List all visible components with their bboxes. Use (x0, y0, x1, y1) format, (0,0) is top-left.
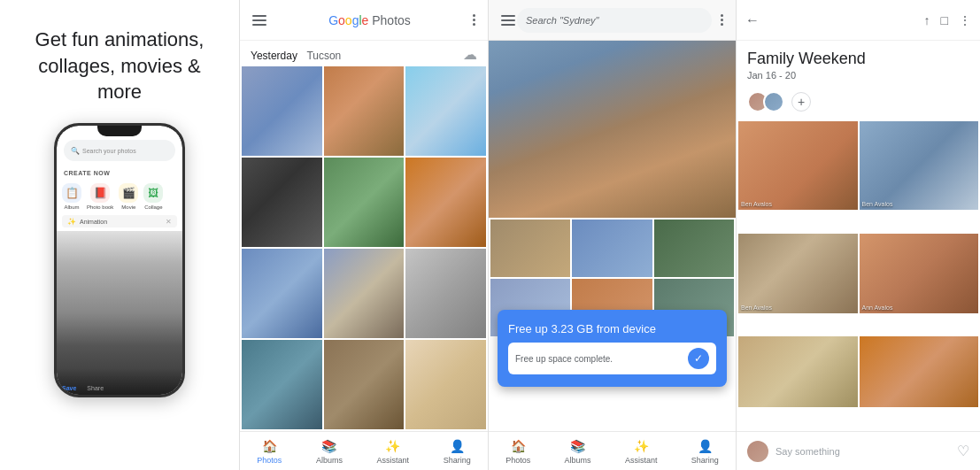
slideshow-icon[interactable]: □ (941, 13, 948, 27)
phone-create-label: CREATE NOW (57, 166, 182, 180)
phone-share-button[interactable]: Share (87, 385, 104, 391)
album-photo-1[interactable]: Ben Avalos (738, 121, 858, 210)
album-date: Jan 16 - 20 (747, 70, 969, 81)
comment-bar: Say something ♡ (737, 431, 980, 470)
panel3-mini-photo-2[interactable] (572, 220, 652, 277)
avatar-stack (747, 91, 779, 112)
nav-sharing[interactable]: 👤 Sharing (444, 438, 471, 465)
free-up-title: Free up 3.23 GB from device (508, 322, 716, 335)
panel2-date-section: Yesterday Tucson (251, 47, 341, 63)
free-up-check-icon[interactable]: ✓ (688, 348, 709, 369)
phone-mockup: 🔍 Search your photos CREATE NOW 📋 Album … (54, 123, 185, 397)
nav-photos-label: Photos (257, 456, 282, 465)
phone-animation-label: Animation (80, 219, 107, 225)
panel3-nav-albums[interactable]: 📚 Albums (565, 438, 591, 465)
photo-cell-4[interactable] (242, 158, 322, 247)
phone-save-button[interactable]: Save (62, 385, 76, 391)
nav-photos-icon: 🏠 (261, 438, 277, 454)
cloud-upload-icon[interactable]: ☁ (463, 46, 477, 63)
panel2-bottom-nav: 🏠 Photos 📚 Albums ✨ Assistant 👤 Sharing (240, 431, 488, 470)
panel3-search-box[interactable]: Search "Sydney" (517, 8, 712, 33)
phone-create-movie[interactable]: 🎬 Movie (119, 183, 138, 210)
panel3-hamburger-icon[interactable] (499, 13, 517, 27)
google-photos-logo-text: Google Photos (328, 13, 411, 27)
photo-cell-7[interactable] (242, 249, 322, 338)
avatar-2[interactable] (763, 91, 784, 112)
album-photo-5[interactable] (738, 336, 858, 407)
nav-assistant[interactable]: ✨ Assistant (377, 438, 410, 465)
panel3-mini-photo-1[interactable] (490, 220, 570, 277)
photo-cell-1[interactable] (242, 66, 322, 156)
phone-close-icon[interactable]: ✕ (166, 218, 172, 226)
phone-notch (97, 126, 142, 136)
album-photo-3-label: Ben Avalos (741, 304, 772, 311)
panel3-nav-photos-icon: 🏠 (510, 438, 526, 454)
photo-cell-11[interactable] (324, 340, 405, 429)
panel3-nav-assistant-label: Assistant (625, 456, 658, 465)
phone-album-label: Album (64, 204, 79, 210)
panel4-people: + (737, 86, 980, 119)
photo-cell-10[interactable] (242, 340, 322, 429)
phone-animation-bar: ✨ Animation ✕ (62, 215, 177, 227)
panel3-nav-sharing-icon: 👤 (697, 438, 713, 454)
panel3-content: Free up 3.23 GB from device Free up spac… (489, 41, 736, 431)
phone-photo-overlay: Save Share (57, 368, 182, 395)
more-options-icon[interactable] (471, 12, 477, 27)
nav-albums[interactable]: 📚 Albums (316, 438, 343, 465)
panel3-mini-grid (489, 218, 736, 279)
phone-photobook-label: Photo book (87, 204, 113, 210)
phone-create-photobook[interactable]: 📕 Photo book (87, 183, 113, 210)
panel3-mini-photo-3[interactable] (654, 220, 734, 277)
photo-cell-6[interactable] (405, 158, 486, 247)
upload-icon[interactable]: ↑ (924, 13, 930, 27)
panel4-info: Family Weekend Jan 16 - 20 (737, 41, 980, 86)
panel3-nav-sharing-label: Sharing (691, 456, 719, 465)
nav-sharing-icon: 👤 (449, 438, 465, 454)
phone-create-collage[interactable]: 🖼 Collage (143, 183, 163, 210)
checkmark-icon: ✓ (694, 352, 703, 365)
nav-albums-label: Albums (316, 456, 343, 465)
nav-assistant-label: Assistant (377, 456, 410, 465)
panel3-bottom-nav: 🏠 Photos 📚 Albums ✨ Assistant 👤 Sharing (489, 431, 736, 470)
album-photo-2-label: Ben Avalos (862, 201, 893, 207)
free-up-space-dialog[interactable]: Free up 3.23 GB from device Free up spac… (498, 310, 727, 387)
nav-photos[interactable]: 🏠 Photos (257, 438, 282, 465)
album-photo-1-label: Ben Avalos (741, 201, 772, 207)
phone-screen: 🔍 Search your photos CREATE NOW 📋 Album … (57, 126, 182, 395)
panel3-more-icon[interactable] (719, 12, 725, 27)
panel-search-sydney: Search "Sydney" Free up 3.23 GB from dev… (488, 0, 736, 470)
panel2-header: Google Photos (240, 0, 488, 41)
photo-cell-3[interactable] (405, 66, 486, 156)
phone-search-bar[interactable]: 🔍 Search your photos (64, 140, 175, 161)
phone-search-placeholder: Search your photos (82, 148, 136, 154)
nav-albums-icon: 📚 (321, 438, 337, 454)
google-photos-logo: Google Photos (328, 13, 411, 27)
phone-create-album[interactable]: 📋 Album (62, 183, 81, 210)
panel4-header-icons: ↑ □ ⋮ (924, 13, 971, 27)
panel1-headline: Get fun animations, collages, movies & m… (0, 27, 239, 105)
album-photo-4[interactable]: Ann Avalos (860, 234, 979, 313)
photo-cell-8[interactable] (324, 249, 405, 338)
album-photo-3[interactable]: Ben Avalos (738, 234, 858, 313)
hamburger-menu-icon[interactable] (251, 13, 268, 27)
nav-sharing-label: Sharing (444, 456, 471, 465)
add-person-button[interactable]: + (791, 92, 811, 112)
phone-search-icon: 🔍 (71, 147, 80, 155)
photo-cell-2[interactable] (324, 66, 405, 156)
photo-cell-12[interactable] (405, 340, 486, 429)
photo-cell-5[interactable] (324, 158, 405, 247)
album-photo-6[interactable] (860, 336, 979, 407)
album-photo-4-label: Ann Avalos (862, 304, 893, 311)
panel3-nav-photos[interactable]: 🏠 Photos (505, 438, 530, 465)
phone-movie-label: Movie (121, 204, 135, 210)
panel3-nav-sharing[interactable]: 👤 Sharing (691, 438, 719, 465)
back-arrow-icon[interactable]: ← (745, 12, 760, 28)
heart-icon[interactable]: ♡ (957, 443, 969, 459)
panel4-more-icon[interactable]: ⋮ (959, 13, 971, 27)
panel3-nav-assistant[interactable]: ✨ Assistant (625, 438, 658, 465)
comment-input[interactable]: Say something (776, 446, 950, 457)
photo-cell-9[interactable] (405, 249, 486, 338)
album-photo-2[interactable]: Ben Avalos (860, 121, 979, 210)
panel3-main-photo[interactable] (489, 41, 736, 218)
panel2-date-row: Yesterday Tucson ☁ (240, 41, 488, 66)
